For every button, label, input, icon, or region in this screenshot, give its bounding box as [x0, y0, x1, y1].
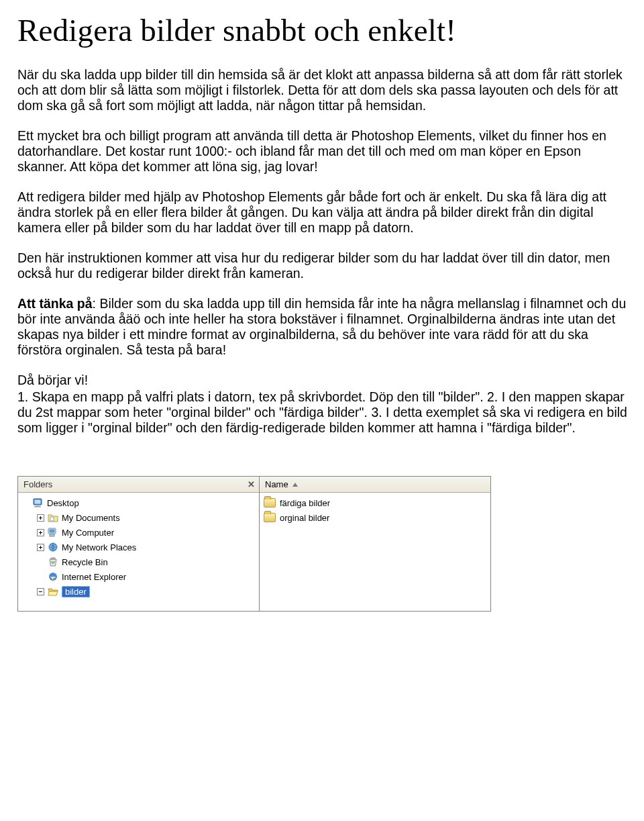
name-column-label: Name — [265, 479, 288, 489]
intro-paragraph-3: Att redigera bilder med hjälp av Photosh… — [17, 189, 633, 236]
svg-rect-1 — [35, 500, 41, 504]
folder-icon — [264, 513, 276, 522]
collapse-icon[interactable] — [37, 588, 44, 595]
tree-item-ie[interactable]: e Internet Explorer — [22, 569, 256, 584]
open-folder-icon — [47, 585, 59, 597]
sort-ascending-icon — [292, 483, 298, 487]
svg-rect-6 — [50, 530, 55, 533]
svg-rect-3 — [34, 506, 41, 508]
svg-rect-2 — [36, 505, 40, 506]
file-label: färdiga bilder — [280, 498, 330, 508]
documents-icon — [47, 512, 59, 524]
note-lead: Att tänka på — [17, 296, 93, 311]
folders-pane-header: Folders ✕ — [18, 477, 259, 493]
svg-text:e: e — [52, 574, 54, 581]
tree-label: Recycle Bin — [62, 557, 108, 567]
expand-icon[interactable] — [37, 544, 44, 551]
tree-item-desktop[interactable]: Desktop — [22, 495, 256, 510]
close-icon[interactable]: ✕ — [248, 479, 255, 489]
note-rest-1: : Bilder som du ska ladda upp till din h… — [93, 296, 520, 311]
list-item[interactable]: orginal bilder — [264, 510, 486, 525]
tree-item-documents[interactable]: My Documents — [22, 510, 256, 525]
tree-label: My Computer — [62, 528, 114, 538]
files-list: färdiga bilder orginal bilder — [260, 493, 490, 528]
svg-rect-4 — [50, 517, 54, 521]
tree-item-bilder[interactable]: bilder — [22, 584, 256, 599]
tree-label-selected: bilder — [62, 586, 90, 597]
desktop-icon — [32, 497, 44, 509]
files-pane: Name färdiga bilder orginal bilder — [260, 477, 490, 611]
tree-label: My Documents — [62, 513, 120, 523]
steps-paragraph: 1. Skapa en mapp på valfri plats i dator… — [17, 389, 633, 436]
intro-paragraph-1: När du ska ladda upp bilder till din hem… — [17, 67, 633, 113]
tree-item-recycle[interactable]: Recycle Bin — [22, 554, 256, 569]
list-item[interactable]: färdiga bilder — [264, 495, 486, 510]
folder-tree: Desktop My Documents My Computer — [18, 493, 259, 601]
ie-icon: e — [47, 571, 59, 583]
recycle-bin-icon — [47, 556, 59, 568]
note-paragraph: Att tänka på: Bilder som du ska ladda up… — [17, 296, 633, 358]
folders-pane-title: Folders — [23, 479, 52, 489]
intro-paragraph-2: Ett mycket bra och billigt program att a… — [17, 128, 633, 175]
folder-icon — [264, 498, 276, 508]
expand-icon[interactable] — [37, 529, 44, 536]
tree-label: Desktop — [47, 498, 79, 508]
explorer-window: Folders ✕ Desktop My Documents — [17, 476, 491, 612]
tree-item-computer[interactable]: My Computer — [22, 525, 256, 540]
folders-pane: Folders ✕ Desktop My Documents — [18, 477, 260, 611]
file-label: orginal bilder — [280, 513, 329, 523]
start-paragraph: Då börjar vi! — [17, 373, 633, 388]
computer-icon — [47, 526, 59, 538]
expand-icon[interactable] — [37, 514, 44, 522]
tree-item-network[interactable]: My Network Places — [22, 540, 256, 554]
page-title: Redigera bilder snabbt och enkelt! — [17, 12, 633, 48]
tree-label: My Network Places — [62, 542, 136, 552]
svg-rect-7 — [50, 534, 54, 536]
tree-label: Internet Explorer — [62, 572, 126, 582]
network-icon — [47, 541, 59, 553]
name-column-header[interactable]: Name — [260, 477, 490, 493]
intro-paragraph-4: Den här instruktionen kommer att visa hu… — [17, 250, 633, 281]
